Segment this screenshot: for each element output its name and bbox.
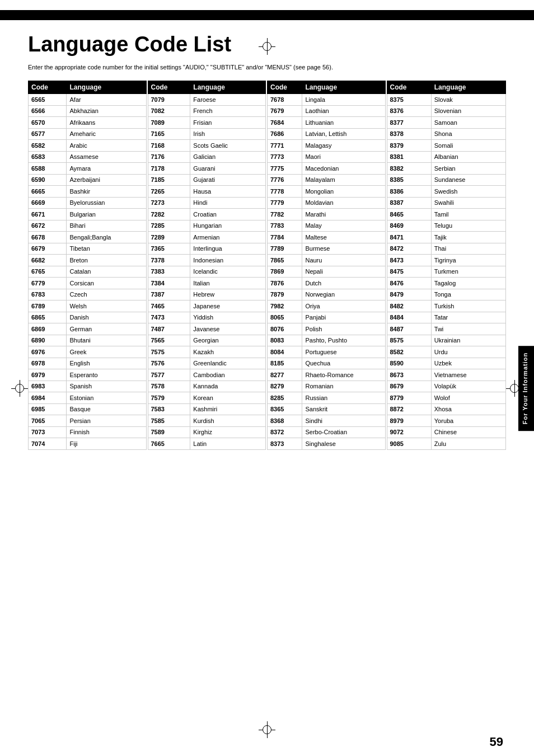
lang-name: Lingala: [302, 94, 385, 106]
lang-code: 8473: [387, 255, 431, 266]
lang-code: 8673: [387, 369, 431, 381]
table-row: 7679Laothian: [268, 105, 386, 117]
table-row: 6590Azerbaijani: [29, 174, 147, 186]
lang-code: 8471: [387, 232, 431, 243]
lang-name: Swedish: [431, 186, 505, 198]
lang-name: Estonian: [67, 392, 146, 404]
table-row: 7678Lingala: [268, 94, 386, 106]
lang-code: 8385: [387, 174, 431, 186]
lang-code: 7578: [148, 381, 190, 392]
lang-name: French: [190, 105, 266, 117]
lang-name: Italian: [190, 278, 266, 289]
lang-name: Zulu: [431, 438, 505, 450]
lang-code: 8479: [387, 289, 431, 300]
table-row: 8487Twi: [387, 323, 506, 335]
lang-name: Persian: [67, 415, 146, 427]
table-row: 9085Zulu: [387, 438, 506, 450]
lang-code: 6590: [29, 174, 67, 186]
table-row: 8673Vietnamese: [387, 369, 506, 381]
lang-name: Esperanto: [67, 369, 146, 381]
lang-code: 7575: [148, 346, 190, 358]
lang-code: 8872: [387, 403, 431, 415]
lang-code: 7876: [268, 278, 302, 289]
lang-code: 7775: [268, 163, 302, 175]
lang-name: Afar: [67, 94, 146, 106]
table-row: 7065Persian: [29, 415, 147, 427]
lang-name: Telugu: [431, 220, 505, 232]
table-row: 8482Turkish: [387, 300, 506, 312]
lang-code: 6779: [29, 278, 67, 289]
table-row: 8385Sundanese: [387, 174, 506, 186]
lang-code: 8469: [387, 220, 431, 232]
lang-code: 8279: [268, 381, 302, 392]
table-row: 7577Cambodian: [148, 369, 266, 381]
lang-code: 8487: [387, 323, 431, 335]
table-row: 7285Hungarian: [148, 220, 266, 232]
lang-code: 8382: [387, 163, 431, 175]
table-row: 6779Corsican: [29, 278, 147, 289]
lang-code: 7178: [148, 163, 190, 175]
lang-code: 7185: [148, 174, 190, 186]
lang-code: 8472: [387, 243, 431, 255]
lang-code: 6890: [29, 335, 67, 346]
lang-code: 8373: [268, 438, 302, 450]
lang-code: 8065: [268, 312, 302, 323]
lang-name: Byelorussian: [67, 197, 146, 209]
lang-code: 9072: [387, 426, 431, 438]
table-row: 7583Kashmiri: [148, 403, 266, 415]
table-row: 6577Ameharic: [29, 128, 147, 140]
table-row: 8475Turkmen: [387, 266, 506, 278]
table-row: 7579Korean: [148, 392, 266, 404]
lang-name: Kannada: [190, 381, 266, 392]
inner-table-col1: Code Language 6565Afar6566Abkhazian6570A…: [28, 81, 147, 450]
lang-name: Afrikaans: [67, 117, 146, 129]
lang-name: Croatian: [190, 209, 266, 220]
table-row: 6566Abkhazian: [29, 105, 147, 117]
lang-code: 8979: [387, 415, 431, 427]
lang-name: Kashmiri: [190, 403, 266, 415]
page-container: For Your Information Language Code List …: [0, 10, 534, 756]
lang-code: 7378: [148, 255, 190, 266]
lang-name: Frisian: [190, 117, 266, 129]
inner-table-col4: Code Language 8375Slovak8376Slovenian837…: [387, 81, 507, 450]
lang-code: 7783: [268, 220, 302, 232]
table-row: 7783Malay: [268, 220, 386, 232]
lang-name: Czech: [67, 289, 146, 300]
lang-code: 7074: [29, 438, 67, 450]
lang-name: Tibetan: [67, 243, 146, 255]
table-row: 6682Breton: [29, 255, 147, 266]
lang-name: Samoan: [431, 117, 505, 129]
lang-code: 8277: [268, 369, 302, 381]
col3-header-code: Code: [268, 81, 302, 94]
lang-name: Bhutani: [67, 335, 146, 346]
lang-name: Greenlandic: [190, 358, 266, 369]
table-row: 7165Irish: [148, 128, 266, 140]
lang-name: Thai: [431, 243, 505, 255]
lang-name: Shona: [431, 128, 505, 140]
col4-header-lang: Language: [431, 81, 505, 94]
table-row: 6983Spanish: [29, 381, 147, 392]
table-row: 6672Bihari: [29, 220, 147, 232]
table-row: 8872Xhosa: [387, 403, 506, 415]
intro-text: Enter the appropriate code number for th…: [28, 63, 506, 72]
lang-name: Dutch: [302, 278, 385, 289]
lang-code: 7273: [148, 197, 190, 209]
lang-code: 7576: [148, 358, 190, 369]
table-row: 7684Lithuanian: [268, 117, 386, 129]
table-row: 8387Swahili: [387, 197, 506, 209]
lang-code: 7784: [268, 232, 302, 243]
lang-code: 8378: [387, 128, 431, 140]
lang-name: Danish: [67, 312, 146, 323]
lang-name: Nauru: [302, 255, 385, 266]
lang-code: 7168: [148, 140, 190, 152]
inner-table-col2: Code Language 7079Faroese7082French7089F…: [148, 81, 266, 450]
table-row: 8378Shona: [387, 128, 506, 140]
lang-code: 8083: [268, 335, 302, 346]
table-row: 8479Tonga: [387, 289, 506, 300]
table-row: 7168Scots Gaelic: [148, 140, 266, 152]
lang-code: 7869: [268, 266, 302, 278]
lang-code: 8185: [268, 358, 302, 369]
col1-header-code: Code: [29, 81, 67, 94]
lang-code: 6669: [29, 197, 67, 209]
lang-name: Abkhazian: [67, 105, 146, 117]
